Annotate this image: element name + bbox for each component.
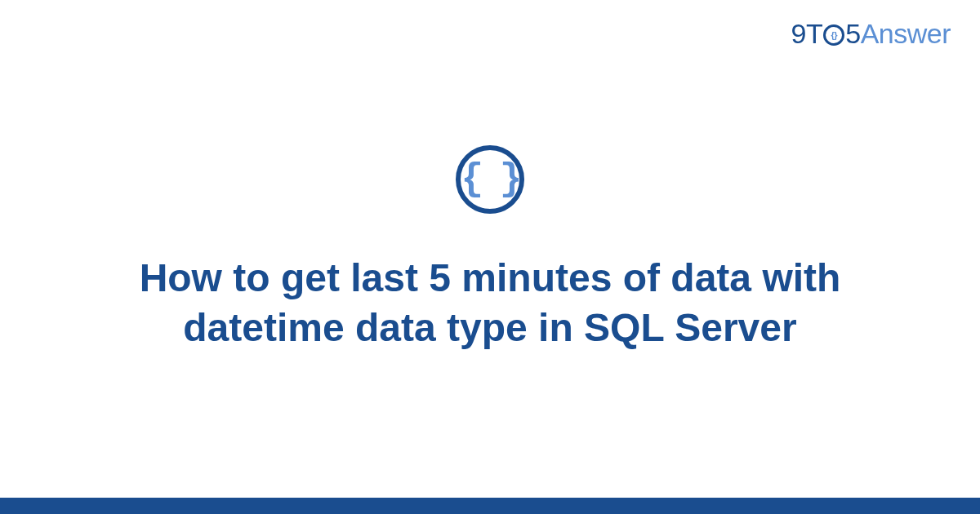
braces-glyph: { } bbox=[461, 161, 519, 198]
code-badge-icon: { } bbox=[456, 145, 524, 214]
bottom-bar bbox=[0, 498, 980, 514]
main-content: { } How to get last 5 minutes of data wi… bbox=[0, 0, 980, 498]
page-title: How to get last 5 minutes of data with d… bbox=[98, 253, 882, 353]
